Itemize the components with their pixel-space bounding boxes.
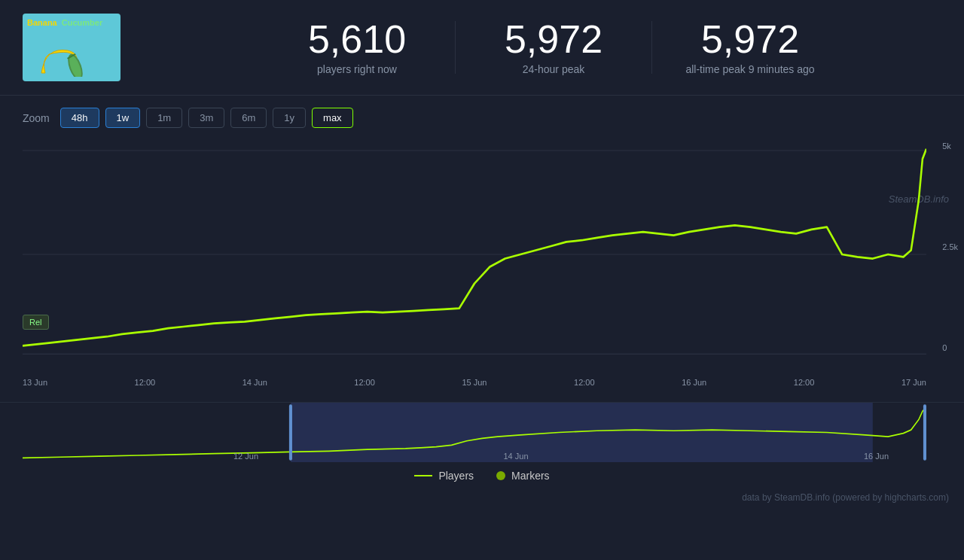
- rel-badge: Rel: [23, 315, 49, 330]
- zoom-1m[interactable]: 1m: [146, 108, 182, 128]
- zoom-1y[interactable]: 1y: [273, 108, 306, 128]
- y-label-2-5k: 2.5k: [942, 242, 958, 251]
- mini-x-16jun: 16 Jun: [864, 452, 889, 461]
- zoom-3m[interactable]: 3m: [188, 108, 224, 128]
- alltime-peak-number: 5,972: [701, 20, 799, 59]
- legend-players: Players: [414, 470, 474, 482]
- players-now-label: players right now: [317, 63, 397, 75]
- player-line: [23, 149, 926, 346]
- x-label-15jun: 15 Jun: [462, 378, 487, 396]
- mini-x-14jun: 14 Jun: [503, 452, 528, 461]
- game-thumbnail: Banana Cucumber: [23, 14, 120, 81]
- cucumber-icon: [60, 50, 94, 77]
- header-stats: 5,610 players right now 5,972 24-hour pe…: [166, 20, 941, 75]
- header: Banana Cucumber 5,610 players right now …: [0, 0, 964, 96]
- main-chart-svg: [23, 134, 926, 375]
- y-label-5k: 5k: [942, 142, 958, 151]
- y-label-0: 0: [942, 343, 958, 352]
- zoom-max[interactable]: max: [312, 108, 353, 128]
- legend-markers: Markers: [496, 470, 550, 482]
- footer-credit: data by SteamDB.info (powered by highcha…: [0, 489, 964, 506]
- stat-divider-2: [651, 21, 652, 74]
- game-title-cucumber: Cucumber: [62, 18, 102, 27]
- 24h-peak-label: 24-hour peak: [523, 63, 585, 75]
- x-label-13jun: 13 Jun: [23, 378, 47, 396]
- 24h-peak-number: 5,972: [505, 20, 602, 59]
- zoom-controls: Zoom 48h 1w 1m 3m 6m 1y max: [0, 96, 964, 134]
- x-label-16jun: 16 Jun: [682, 378, 706, 396]
- zoom-label: Zoom: [23, 112, 50, 124]
- x-label-17jun: 17 Jun: [901, 378, 926, 396]
- x-label-1200-3: 12:00: [574, 378, 595, 396]
- x-axis: 13 Jun 12:00 14 Jun 12:00 15 Jun 12:00 1…: [0, 375, 964, 396]
- zoom-6m[interactable]: 6m: [230, 108, 267, 128]
- stat-players-now: 5,610 players right now: [289, 20, 425, 75]
- stat-alltime-peak: 5,972 all-time peak 9 minutes ago: [682, 20, 818, 75]
- players-now-number: 5,610: [308, 20, 406, 59]
- x-label-1200-1: 12:00: [135, 378, 156, 396]
- players-line-icon: [414, 475, 432, 476]
- zoom-48h[interactable]: 48h: [60, 108, 99, 128]
- x-label-1200-4: 12:00: [794, 378, 815, 396]
- markers-dot-icon: [496, 471, 505, 480]
- x-label-1200-2: 12:00: [354, 378, 375, 396]
- credit-text: data by SteamDB.info (powered by highcha…: [742, 492, 949, 503]
- players-legend-label: Players: [438, 470, 474, 482]
- x-label-14jun: 14 Jun: [243, 378, 267, 396]
- zoom-1w[interactable]: 1w: [105, 108, 141, 128]
- y-axis: 5k 2.5k 0: [942, 134, 958, 375]
- stat-divider-1: [455, 21, 456, 74]
- mini-chart: 12 Jun 14 Jun 16 Jun: [0, 402, 964, 462]
- markers-legend-label: Markers: [511, 470, 550, 482]
- alltime-peak-label: all-time peak 9 minutes ago: [685, 63, 814, 75]
- chart-legend: Players Markers: [0, 462, 964, 489]
- main-chart: 5k 2.5k 0 Rel: [0, 134, 964, 375]
- stat-24h-peak: 5,972 24-hour peak: [486, 20, 621, 75]
- game-title-banana: Banana: [27, 18, 57, 27]
- mini-x-12jun: 12 Jun: [233, 452, 258, 461]
